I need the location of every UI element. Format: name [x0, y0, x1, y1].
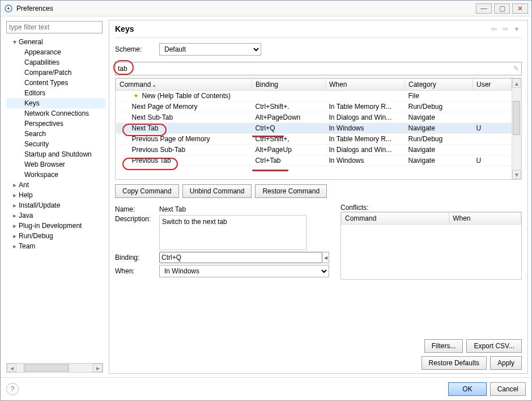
scroll-right-icon[interactable]: ▸ — [93, 364, 103, 372]
expander-icon[interactable]: ▸ — [13, 181, 19, 189]
minimize-button[interactable]: — — [476, 3, 492, 14]
copy-command-button[interactable]: Copy Command — [115, 184, 179, 198]
col-user[interactable]: User — [473, 79, 512, 91]
col-binding[interactable]: Binding — [252, 79, 326, 91]
tree-item-label: Perspectives — [24, 120, 63, 128]
tree-item[interactable]: Appearance — [6, 47, 105, 57]
scrollbar-thumb[interactable] — [24, 364, 69, 372]
conflicts-label: Conflicts: — [341, 204, 522, 212]
scheme-select[interactable]: Default — [159, 43, 261, 56]
tree-item[interactable]: ▸Run/Debug — [6, 231, 105, 241]
scroll-up-icon[interactable]: ▴ — [512, 78, 521, 88]
tree-item[interactable]: ▸Help — [6, 190, 105, 200]
maximize-button[interactable]: ▢ — [494, 3, 510, 14]
tree-item-label: Capabilities — [24, 58, 59, 66]
tree-item[interactable]: Capabilities — [6, 57, 105, 67]
expander-icon[interactable]: ▸ — [13, 222, 19, 230]
tree-item[interactable]: ▸Plug-in Development — [6, 221, 105, 231]
cell-category: Run/Debug — [405, 134, 473, 145]
cell-command: Next Page of Memory — [132, 103, 198, 111]
table-row[interactable]: Previous TabCtrl+TabIn WindowsNavigateU — [116, 155, 512, 166]
tree-item[interactable]: Keys — [6, 98, 105, 108]
tree-item[interactable]: Search — [6, 129, 105, 139]
cell-category: Run/Debug — [405, 102, 473, 112]
expander-icon[interactable]: ▸ — [13, 212, 19, 220]
restore-defaults-button[interactable]: Restore Defaults — [422, 356, 487, 370]
cell-when: In Table Memory R... — [326, 102, 405, 112]
unbind-command-button[interactable]: Unbind Command — [182, 184, 252, 198]
scrollbar-thumb[interactable] — [513, 101, 520, 135]
tree-item[interactable]: Perspectives — [6, 119, 105, 129]
table-row[interactable]: Previous Sub-TabAlt+PageUpIn Dialogs and… — [116, 145, 512, 155]
app-icon — [4, 4, 13, 13]
tree-item[interactable]: Editors — [6, 88, 105, 98]
table-row[interactable]: Next TabCtrl+QIn WindowsNavigateU — [116, 123, 512, 134]
tree-item[interactable]: Startup and Shutdown — [6, 149, 105, 159]
close-button[interactable]: ✕ — [512, 3, 528, 14]
cell-binding: Ctrl+Shift+. — [252, 102, 326, 112]
tree-item-label: Keys — [24, 99, 40, 107]
tree-item-label: Workspace — [24, 171, 58, 179]
scroll-left-icon[interactable]: ◂ — [7, 364, 16, 372]
tree-item[interactable]: Security — [6, 139, 105, 149]
table-row[interactable]: Next Sub-TabAlt+PageDownIn Dialogs and W… — [116, 112, 512, 123]
tree-item[interactable]: Web Browser — [6, 159, 105, 170]
tree-item[interactable]: ▸Ant — [6, 180, 105, 190]
cancel-button[interactable]: Cancel — [490, 382, 526, 396]
export-csv-button[interactable]: Export CSV... — [466, 339, 522, 353]
command-filter-box: ✎ — [115, 62, 522, 75]
clear-filter-icon[interactable]: ✎ — [511, 65, 521, 73]
binding-input[interactable] — [159, 252, 322, 263]
keys-table[interactable]: Command▴ Binding When Category User ✦New… — [115, 78, 522, 180]
binding-dropdown-icon[interactable]: ◂ — [322, 252, 329, 263]
tree-item-label: Content Types — [24, 79, 68, 87]
help-icon[interactable]: ? — [6, 383, 19, 395]
table-row[interactable]: ✦New (Help Table of Contents)File — [116, 91, 512, 102]
when-select[interactable]: In Windows — [159, 265, 329, 277]
tree-item[interactable]: Compare/Patch — [6, 67, 105, 78]
back-icon[interactable]: ⇦ — [489, 24, 499, 34]
expander-icon[interactable]: ▸ — [13, 201, 19, 209]
conflicts-col-command[interactable]: Command — [342, 213, 449, 225]
titlebar: Preferences — ▢ ✕ — [1, 1, 531, 16]
sidebar-h-scrollbar[interactable]: ◂ ▸ — [6, 363, 103, 373]
table-v-scrollbar[interactable]: ▴ ▾ — [512, 78, 521, 179]
tree-item[interactable]: Network Connections — [6, 108, 105, 119]
expander-icon[interactable]: ▾ — [13, 38, 19, 46]
preferences-tree[interactable]: ▾GeneralAppearanceCapabilitiesCompare/Pa… — [4, 37, 105, 362]
table-row[interactable]: Next Page of MemoryCtrl+Shift+.In Table … — [116, 102, 512, 112]
cell-when — [326, 91, 405, 102]
apply-button[interactable]: Apply — [490, 356, 522, 370]
tree-item-label: Ant — [19, 181, 29, 189]
tree-item-label: Network Connections — [24, 109, 89, 117]
ok-button[interactable]: OK — [448, 382, 486, 396]
forward-icon[interactable]: ⇨ — [500, 24, 510, 34]
tree-item[interactable]: ▾General — [6, 37, 105, 47]
tree-item-label: Help — [19, 191, 33, 199]
command-filter-input[interactable] — [116, 63, 511, 74]
filters-button[interactable]: Filters... — [424, 339, 463, 353]
expander-icon[interactable]: ▸ — [13, 191, 19, 199]
tree-item[interactable]: ▸Java — [6, 210, 105, 221]
cell-command: Previous Page of Memory — [132, 135, 210, 143]
table-row[interactable]: Previous Page of MemoryCtrl+Shift+,In Ta… — [116, 134, 512, 145]
expander-icon[interactable]: ▸ — [13, 232, 19, 240]
tree-item[interactable]: Content Types — [6, 78, 105, 88]
tree-item[interactable]: ▸Install/Update — [6, 200, 105, 210]
tree-item-label: Editors — [24, 89, 45, 97]
menu-dropdown-icon[interactable]: ▾ — [512, 24, 522, 34]
tree-item[interactable]: Workspace — [6, 170, 105, 180]
filter-tree-input[interactable] — [6, 21, 103, 33]
col-when[interactable]: When — [326, 79, 405, 91]
conflicts-col-when[interactable]: When — [449, 213, 521, 225]
restore-command-button[interactable]: Restore Command — [255, 184, 327, 198]
svg-point-1 — [7, 7, 10, 10]
tree-item[interactable]: ▸Team — [6, 241, 105, 251]
cell-user: U — [473, 123, 512, 134]
tree-item-label: Install/Update — [19, 201, 60, 209]
binding-label: Binding: — [115, 254, 156, 261]
col-command[interactable]: Command▴ — [116, 79, 252, 91]
expander-icon[interactable]: ▸ — [13, 242, 19, 250]
col-category[interactable]: Category — [405, 79, 473, 91]
scroll-down-icon[interactable]: ▾ — [512, 170, 521, 179]
